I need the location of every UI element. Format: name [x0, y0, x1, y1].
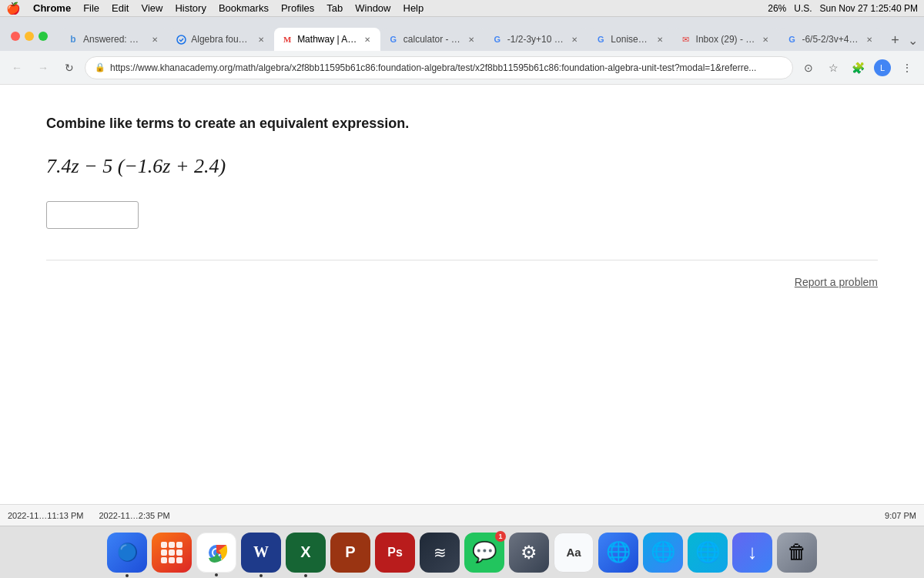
tab-icon-google2: G — [786, 34, 797, 45]
tab-answered[interactable]: b Answered: ← C… ✕ — [60, 28, 168, 51]
new-tab-button[interactable]: + — [886, 29, 905, 51]
dock-adobe[interactable]: Ps — [375, 533, 415, 573]
menu-edit[interactable]: Edit — [112, 2, 129, 14]
mac-menu-bar: 🍎 Chrome File Edit View History Bookmark… — [0, 0, 924, 17]
dock-globe2[interactable]: 🌐 — [643, 533, 683, 573]
battery-status: 26% — [768, 3, 786, 14]
forward-button[interactable]: → — [32, 57, 54, 79]
tab-close-lonise[interactable]: ✕ — [654, 34, 665, 45]
refresh-button[interactable]: ↻ — [59, 57, 80, 79]
window-controls — [6, 29, 52, 44]
tab-algebra-foundation[interactable]: Algebra founda… ✕ — [168, 28, 274, 51]
excel-icon: X — [300, 543, 310, 561]
bottom-right-time: 9:07 PM — [885, 511, 916, 520]
dock-powerpoint[interactable]: P — [330, 533, 370, 573]
tab-label-algebra: Algebra founda… — [191, 34, 251, 45]
cast-icon[interactable]: ⊙ — [798, 57, 819, 79]
address-bar: ← → ↻ 🔒 https://www.khanacademy.org/math… — [0, 51, 924, 85]
menu-history[interactable]: History — [175, 2, 206, 14]
trash-icon: 🗑 — [787, 540, 807, 564]
minimize-button[interactable] — [25, 32, 34, 41]
tab-lonise[interactable]: G Lonise Bias ✕ — [588, 28, 672, 51]
download-label-2: 2022-11…2:35 PM — [99, 511, 169, 520]
close-button[interactable] — [11, 32, 20, 41]
messages-badge: 1 — [495, 531, 506, 542]
tab-label-google2: -6/5-2/3v+4/15… — [802, 34, 859, 45]
menu-view[interactable]: View — [141, 2, 162, 14]
menu-profiles[interactable]: Profiles — [281, 2, 314, 14]
url-text: https://www.khanacademy.org/math/algebra… — [110, 62, 783, 73]
bookmark-icon[interactable]: ☆ — [822, 57, 844, 79]
globe1-icon: 🌐 — [606, 540, 631, 564]
datetime: Sun Nov 27 1:25:40 PM — [820, 3, 918, 14]
back-button[interactable]: ← — [6, 57, 28, 79]
menu-file[interactable]: File — [83, 2, 99, 14]
launchpad-icon — [161, 542, 182, 563]
dock: 🔵 W — [0, 526, 924, 578]
url-bar[interactable]: 🔒 https://www.khanacademy.org/math/algeb… — [85, 56, 793, 79]
answer-input[interactable] — [46, 201, 139, 229]
word-icon: W — [253, 543, 269, 561]
tab-calculator[interactable]: G calculator - Go… ✕ — [380, 28, 484, 51]
tab-overflow-button[interactable]: ⌄ — [905, 29, 921, 51]
question-instruction: Combine like terms to create an equivale… — [46, 116, 878, 132]
more-options-icon[interactable]: ⋮ — [896, 57, 918, 79]
dock-settings[interactable]: ⚙ — [509, 533, 549, 573]
dock-dictionary[interactable]: Aa — [554, 533, 594, 573]
dock-downloader[interactable]: ↓ — [732, 533, 772, 573]
download-item-2[interactable]: 2022-11…2:35 PM — [99, 511, 169, 520]
tab-google2[interactable]: G -6/5-2/3v+4/15… ✕ — [778, 28, 882, 51]
menu-help[interactable]: Help — [403, 2, 424, 14]
adobe-icon: Ps — [387, 546, 403, 560]
dictionary-icon: Aa — [566, 546, 581, 559]
tab-close-google1[interactable]: ✕ — [569, 34, 580, 45]
messages-icon: 💬 — [472, 540, 497, 564]
settings-icon: ⚙ — [521, 542, 537, 563]
apple-menu[interactable]: 🍎 — [6, 2, 21, 15]
dock-finder[interactable]: 🔵 — [107, 533, 147, 573]
menu-tab[interactable]: Tab — [326, 2, 343, 14]
tab-icon-lonise: G — [595, 34, 606, 45]
dock-trash[interactable]: 🗑 — [777, 533, 817, 573]
tab-close-mathway[interactable]: ✕ — [362, 34, 373, 45]
svg-point-0 — [177, 35, 186, 44]
dock-globe1[interactable]: 🌐 — [598, 533, 638, 573]
tab-bar: b Answered: ← C… ✕ Algebra founda… ✕ M M… — [57, 22, 924, 51]
tab-label-calculator: calculator - Go… — [403, 34, 461, 45]
tab-mathway[interactable]: M Mathway | Alge… ✕ — [274, 28, 380, 51]
tab-icon-algebra — [176, 34, 186, 45]
dock-messages[interactable]: 💬 1 — [464, 533, 504, 573]
tab-icon-google1: G — [492, 34, 503, 45]
tab-close-google2[interactable]: ✕ — [864, 34, 875, 45]
globe3-icon: 🌐 — [695, 540, 720, 564]
tab-close-calculator[interactable]: ✕ — [466, 34, 477, 45]
chrome-dot — [215, 573, 218, 576]
menu-bookmarks[interactable]: Bookmarks — [219, 2, 269, 14]
extension-icon[interactable]: 🧩 — [847, 57, 869, 79]
dock-notch[interactable]: ≋ — [420, 533, 460, 573]
tab-label-inbox: Inbox (29) - em… — [696, 34, 756, 45]
page-content: Combine like terms to create an equivale… — [0, 85, 924, 516]
tab-icon-inbox: ✉ — [681, 34, 691, 45]
tab-close-algebra[interactable]: ✕ — [256, 34, 266, 45]
tab-icon-calculator: G — [388, 34, 399, 45]
menu-window[interactable]: Window — [355, 2, 390, 14]
chrome-window: b Answered: ← C… ✕ Algebra founda… ✕ M M… — [0, 17, 924, 516]
dock-chrome[interactable] — [196, 533, 236, 573]
profile-icon[interactable]: L — [872, 57, 893, 79]
tab-icon-mathway: M — [282, 34, 293, 45]
excel-dot — [304, 574, 307, 577]
menu-chrome[interactable]: Chrome — [33, 2, 71, 14]
tab-close-inbox[interactable]: ✕ — [760, 34, 771, 45]
dock-launchpad[interactable] — [152, 533, 192, 573]
dock-globe3[interactable]: 🌐 — [688, 533, 728, 573]
dock-excel[interactable]: X — [286, 533, 326, 573]
maximize-button[interactable] — [38, 32, 48, 41]
tab-inbox[interactable]: ✉ Inbox (29) - em… ✕ — [673, 28, 779, 51]
report-problem-link[interactable]: Report a problem — [46, 276, 878, 288]
section-divider — [46, 260, 878, 260]
tab-close-answered[interactable]: ✕ — [149, 34, 160, 45]
dock-word[interactable]: W — [241, 533, 281, 573]
tab-google1[interactable]: G -1/2-3y+10 - G… ✕ — [484, 28, 588, 51]
download-item-1[interactable]: 2022-11…11:13 PM — [8, 511, 83, 520]
